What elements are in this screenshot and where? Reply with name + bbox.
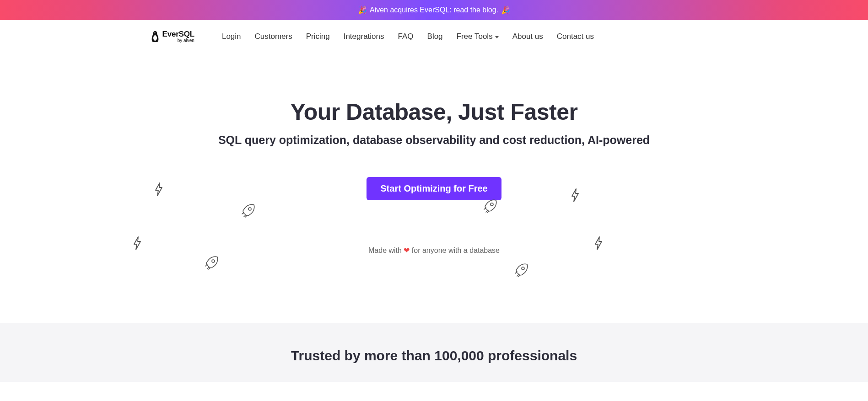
penguin-icon: [151, 31, 160, 43]
rocket-icon: [482, 198, 499, 214]
svg-point-0: [153, 35, 157, 41]
nav-login[interactable]: Login: [222, 32, 241, 41]
nav-blog[interactable]: Blog: [427, 32, 443, 41]
hero-subtitle: SQL query optimization, database observa…: [0, 134, 868, 147]
hero-section: Your Database, Just Faster SQL query opt…: [0, 53, 868, 323]
announcement-text: Aiven acquires EverSQL: read the blog.: [370, 6, 498, 14]
trusted-section: Trusted by more than 100,000 professiona…: [0, 323, 868, 382]
lightning-icon: [593, 236, 604, 251]
lightning-icon: [570, 188, 580, 203]
nav-free-tools[interactable]: Free Tools: [457, 32, 499, 41]
lightning-icon: [132, 236, 142, 251]
heart-icon: ❤: [404, 246, 410, 254]
trusted-title: Trusted by more than 100,000 professiona…: [0, 348, 868, 364]
nav-about[interactable]: About us: [512, 32, 543, 41]
made-with-text: Made with ❤ for anyone with a database: [0, 246, 868, 255]
chevron-down-icon: [495, 36, 499, 38]
svg-point-1: [154, 32, 155, 33]
navbar: EverSQL by aiven Login Customers Pricing…: [151, 20, 718, 53]
svg-point-3: [248, 208, 251, 210]
rocket-icon: [513, 262, 530, 278]
rocket-icon: [240, 202, 257, 219]
announcement-bar[interactable]: 🎉 Aiven acquires EverSQL: read the blog.…: [0, 0, 868, 20]
nav-links: Login Customers Pricing Integrations FAQ…: [222, 32, 594, 41]
lightning-icon: [154, 182, 164, 197]
svg-point-2: [155, 32, 156, 33]
nav-integrations[interactable]: Integrations: [344, 32, 384, 41]
confetti-icon: 🎉: [358, 6, 367, 15]
nav-faq[interactable]: FAQ: [398, 32, 414, 41]
logo-text: EverSQL by aiven: [162, 30, 194, 43]
svg-point-5: [491, 203, 493, 206]
hero-title: Your Database, Just Faster: [0, 99, 868, 125]
svg-point-6: [522, 267, 524, 270]
svg-point-4: [212, 260, 215, 262]
rocket-icon: [204, 254, 220, 271]
start-optimizing-button[interactable]: Start Optimizing for Free: [367, 177, 501, 200]
nav-pricing[interactable]: Pricing: [306, 32, 330, 41]
nav-contact[interactable]: Contact us: [557, 32, 594, 41]
logo[interactable]: EverSQL by aiven: [151, 30, 194, 43]
nav-customers[interactable]: Customers: [255, 32, 292, 41]
confetti-icon: 🎉: [501, 6, 510, 15]
